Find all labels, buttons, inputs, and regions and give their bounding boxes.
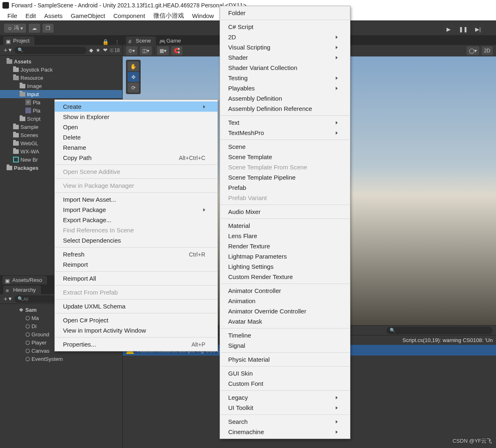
play-button[interactable]: ▶	[443, 25, 454, 34]
hierarchy-item[interactable]: ⬡EventSystem	[0, 355, 122, 363]
menu-update-uxml[interactable]: Update UXML Schema	[55, 301, 218, 311]
menu-open-csharp[interactable]: Open C# Project	[55, 315, 218, 325]
project-tabrow: ▣ Project 🔒 ⋮	[0, 35, 122, 45]
store-button[interactable]: ❒	[43, 24, 54, 33]
menu-delete[interactable]: Delete	[55, 132, 218, 142]
create-lighting-settings[interactable]: Lighting Settings	[220, 261, 350, 272]
create-lens-flare[interactable]: Lens Flare	[220, 231, 350, 241]
hidden-count[interactable]: 👁̶ 18	[110, 47, 120, 53]
hidden-icon: 👁̶	[110, 47, 114, 53]
create-csharp[interactable]: C# Script	[220, 22, 350, 32]
add-button[interactable]: ＋▾	[2, 46, 12, 54]
create-avatar-mask[interactable]: Avatar Mask	[220, 316, 350, 326]
create-animator-controller[interactable]: Animator Controller	[220, 286, 350, 296]
cloud-button[interactable]: ☁	[29, 24, 40, 33]
create-signal[interactable]: Signal	[220, 340, 350, 351]
create-textmeshpro[interactable]: TextMeshPro	[220, 128, 350, 138]
menu-open[interactable]: Open	[55, 122, 218, 132]
create-scene[interactable]: Scene	[220, 142, 350, 152]
create-folder[interactable]: Folder	[220, 8, 350, 18]
create-search[interactable]: Search	[220, 416, 350, 427]
move-tool[interactable]: ✥	[128, 72, 139, 82]
create-legacy[interactable]: Legacy	[220, 392, 350, 403]
menu-export-package[interactable]: Export Package...	[55, 215, 218, 225]
create-prefab[interactable]: Prefab	[220, 182, 350, 193]
pivot-button[interactable]: ⊙▾	[126, 46, 137, 55]
hierarchy-tab[interactable]: ≡ Hierarchy	[3, 286, 41, 294]
create-gui-skin[interactable]: GUI Skin	[220, 368, 350, 378]
menu-copy-path[interactable]: Copy PathAlt+Ctrl+C	[55, 153, 218, 163]
favorite-icon[interactable]: ❤	[103, 47, 108, 53]
console-search[interactable]: 🔍	[386, 327, 493, 334]
menu-import-package[interactable]: Import Package	[55, 205, 218, 215]
hand-tool[interactable]: ✋	[128, 61, 139, 71]
menu-edit[interactable]: Edit	[21, 11, 40, 20]
lock-icon[interactable]: 🔒	[100, 39, 111, 45]
tree-image[interactable]: Image	[0, 82, 122, 90]
create-scene-template-pipeline[interactable]: Scene Template Pipeline	[220, 172, 350, 182]
menu-select-dependencies[interactable]: Select Dependencies	[55, 235, 218, 245]
step-button[interactable]: ▶|	[472, 25, 484, 34]
menu-wechat[interactable]: 微信小游戏	[149, 11, 188, 20]
create-scene-template[interactable]: Scene Template	[220, 152, 350, 162]
menu-window[interactable]: Window	[188, 11, 218, 20]
create-visual-scripting[interactable]: Visual Scripting	[220, 42, 350, 52]
scene-tab[interactable]: #Scene	[126, 36, 156, 45]
snap-button[interactable]: 🧲	[171, 46, 182, 55]
menu-reimport-all[interactable]: Reimport All	[55, 273, 218, 284]
project-tab[interactable]: ▣ Project	[3, 36, 34, 45]
menu-file[interactable]: File	[3, 11, 21, 20]
assets-breadcrumb-tab[interactable]: ▣ Assets/Reso	[2, 276, 47, 284]
create-render-texture[interactable]: Render Texture	[220, 241, 350, 251]
create-playables[interactable]: Playables	[220, 83, 350, 93]
project-search[interactable]: 🔍	[14, 47, 87, 54]
menu-refresh[interactable]: RefreshCtrl+R	[55, 249, 218, 259]
menu-icon[interactable]: ⋮	[112, 39, 122, 45]
menu-create[interactable]: Create	[55, 101, 218, 112]
menu-reimport[interactable]: Reimport	[55, 259, 218, 270]
account-button[interactable]: ☺ 冯 ▾	[4, 24, 26, 33]
create-cinemachine[interactable]: Cinemachine	[220, 427, 350, 437]
tree-input[interactable]: Input	[0, 90, 122, 98]
menu-view-import-activity[interactable]: View in Import Activity Window	[55, 325, 218, 335]
create-timeline[interactable]: Timeline	[220, 330, 350, 340]
game-tab[interactable]: 🎮Game	[157, 36, 186, 45]
local-button[interactable]: ◫▾	[140, 46, 152, 55]
menu-component[interactable]: Component	[109, 11, 149, 20]
menu-assets[interactable]: Assets	[40, 11, 67, 20]
tree-joystick[interactable]: Joystick Pack	[0, 65, 122, 74]
create-asmref[interactable]: Assembly Definition Reference	[220, 104, 350, 114]
cube-icon: ❒	[46, 25, 50, 31]
menu-gameobject[interactable]: GameObject	[67, 11, 109, 20]
2d-toggle[interactable]: 2D	[482, 46, 493, 55]
create-2d[interactable]: 2D	[220, 32, 350, 42]
create-text[interactable]: Text	[220, 117, 350, 128]
pause-button[interactable]: ❚❚	[458, 25, 469, 34]
tree-resource[interactable]: Resource	[0, 74, 122, 82]
create-shader-variant[interactable]: Shader Variant Collection	[220, 63, 350, 73]
create-asmdef[interactable]: Assembly Definition	[220, 93, 350, 104]
menu-show-explorer[interactable]: Show in Explorer	[55, 112, 218, 122]
create-ui-toolkit[interactable]: UI Toolkit	[220, 403, 350, 413]
create-material[interactable]: Material	[220, 221, 350, 231]
menu-import-new-asset[interactable]: Import New Asset...	[55, 194, 218, 205]
create-testing[interactable]: Testing	[220, 73, 350, 83]
hierarchy-add-button[interactable]: ＋▾	[2, 295, 12, 303]
shading-button[interactable]: ◯▾	[467, 46, 479, 55]
create-custom-render-texture[interactable]: Custom Render Texture	[220, 272, 350, 282]
create-shader[interactable]: Shader	[220, 52, 350, 63]
filter-type-icon[interactable]: ◆	[89, 47, 93, 53]
create-audio-mixer[interactable]: Audio Mixer	[220, 207, 350, 217]
folder-icon: ▣	[6, 38, 11, 43]
create-lightmap-params[interactable]: Lightmap Parameters	[220, 251, 350, 261]
filter-label-icon[interactable]: ★	[96, 47, 101, 53]
create-custom-font[interactable]: Custom Font	[220, 378, 350, 389]
create-animator-override[interactable]: Animator Override Controller	[220, 306, 350, 316]
tree-assets[interactable]: Assets	[0, 57, 122, 65]
create-physic-material[interactable]: Physic Material	[220, 354, 350, 365]
menu-properties[interactable]: Properties...Alt+P	[55, 339, 218, 349]
create-animation[interactable]: Animation	[220, 296, 350, 306]
menu-rename[interactable]: Rename	[55, 142, 218, 153]
grid-button[interactable]: ▦▾	[157, 46, 169, 55]
rotate-tool[interactable]: ⟳	[128, 83, 139, 92]
